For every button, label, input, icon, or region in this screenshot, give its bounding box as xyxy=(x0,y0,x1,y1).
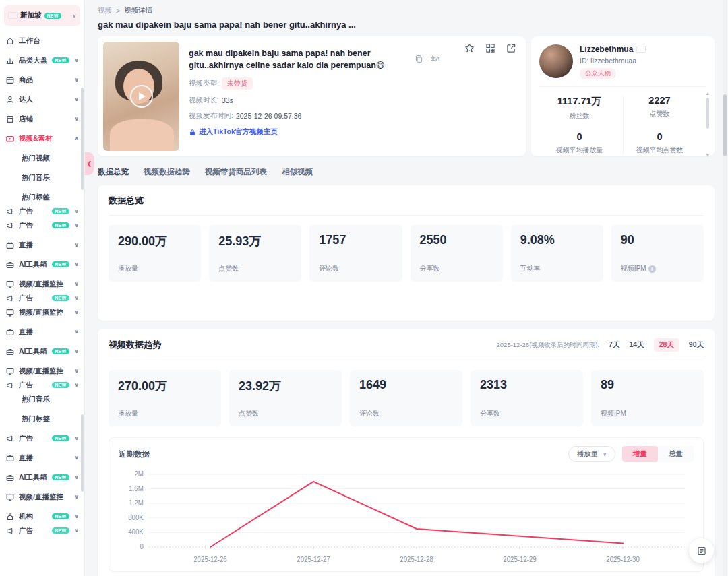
tab-video-trend[interactable]: 视频数据趋势 xyxy=(144,167,190,177)
shop-icon xyxy=(5,115,15,124)
stat-followers: 1117.71万 粉丝数 xyxy=(539,95,619,121)
sidebar-item-工作台[interactable]: 工作台 xyxy=(4,31,80,51)
overview-card-engagement: 9.08% 互动率 xyxy=(511,225,603,282)
tab-data-overview[interactable]: 数据总览 xyxy=(98,167,129,177)
sidebar-item-广告[interactable]: 广告NEW∨ xyxy=(4,428,80,448)
sidebar-item-广告[interactable]: 广告NEW∨ xyxy=(4,294,80,302)
sidebar-item-广告[interactable]: 广告NEW∨ xyxy=(4,216,80,235)
page-scrollbar-thumb[interactable] xyxy=(723,94,727,156)
qr-code-icon[interactable] xyxy=(485,43,495,53)
chevron-down-icon: ∨ xyxy=(75,527,80,534)
svg-text:2025-12-30: 2025-12-30 xyxy=(606,556,640,563)
sidebar-item-店铺[interactable]: 店铺∨ xyxy=(4,109,80,129)
trend-card-plays: 270.00万 播放量 xyxy=(109,370,221,426)
sidebar-scrollbar-thumb[interactable] xyxy=(81,414,84,492)
chevron-down-icon: ∨ xyxy=(75,116,80,122)
stat-avg-likes: 0 视频平均点赞数 xyxy=(619,131,700,155)
new-badge: NEW xyxy=(52,348,69,354)
chevron-down-icon: ∨ xyxy=(75,435,80,441)
country-selector[interactable]: 新加坡 NEW ∨ xyxy=(4,5,80,26)
new-badge: NEW xyxy=(52,57,69,63)
breadcrumb-root[interactable]: 视频 xyxy=(98,6,112,15)
video-title: gak mau dipakein baju sama papa! nah ben… xyxy=(189,47,404,71)
sidebar-item-广告[interactable]: 广告NEW∨ xyxy=(4,381,80,389)
new-badge: NEW xyxy=(52,261,69,267)
sidebar-item-品类大盘[interactable]: 品类大盘NEW∨ xyxy=(4,51,80,70)
period-7d[interactable]: 7天 xyxy=(609,340,619,350)
page-scrollbar[interactable] xyxy=(723,0,727,576)
period-90d[interactable]: 90天 xyxy=(689,340,704,350)
sidebar-item-视频/直播监控[interactable]: 视频/直播监控∨ xyxy=(4,302,80,322)
monitor-icon xyxy=(5,308,15,317)
recent-data-title: 近期数据 xyxy=(119,449,150,459)
new-badge: NEW xyxy=(52,513,69,519)
video-duration-label: 视频时长: xyxy=(189,96,219,105)
period-28d[interactable]: 28天 xyxy=(654,338,679,352)
copy-icon[interactable] xyxy=(415,55,423,63)
monitor-icon xyxy=(5,280,15,289)
play-icon[interactable] xyxy=(130,85,153,108)
sidebar-item-商品[interactable]: 商品∨ xyxy=(4,70,80,90)
metric-select[interactable]: 播放量 ∨ xyxy=(568,446,615,462)
tab-similar-videos[interactable]: 相似视频 xyxy=(282,167,313,177)
sidebar-item-广告[interactable]: 广告NEW∨ xyxy=(4,526,80,535)
video-publish-value: 2025-12-26 09:57:36 xyxy=(236,112,302,120)
stat-avg-plays: 0 视频平均播放量 xyxy=(539,131,619,155)
video-thumbnail[interactable] xyxy=(103,42,179,151)
chevron-down-icon: ∨ xyxy=(75,242,80,248)
sidebar-item-视频/直播监控[interactable]: 视频/直播监控∨ xyxy=(4,361,80,381)
period-14d[interactable]: 14天 xyxy=(629,340,644,350)
video-type-label: 视频类型: xyxy=(189,79,219,88)
sidebar-item-热门音乐[interactable]: 热门音乐 xyxy=(4,168,80,187)
breadcrumb-separator: > xyxy=(116,7,120,15)
trend-chart[interactable]: 0400K800K1.2M1.6M2M2025-12-262025-12-272… xyxy=(119,466,694,567)
recent-data-chart-card: 近期数据 播放量 ∨ 增量 总量 0400K800K1.2M1.6M2M2025… xyxy=(109,437,704,572)
sidebar-item-视频&素材[interactable]: 视频&素材∧ xyxy=(4,129,80,148)
sidebar-item-直播[interactable]: 直播∨ xyxy=(4,322,80,342)
sidebar-scrollbar-thumb[interactable] xyxy=(81,88,84,190)
profile-stats-scrollbar[interactable]: ▲ ▼ xyxy=(705,91,710,158)
tiktok-video-link-label: 进入TikTok官方视频主页 xyxy=(199,127,278,137)
feedback-button[interactable] xyxy=(689,538,714,563)
tab-product-list[interactable]: 视频带货商品列表 xyxy=(205,167,267,177)
sidebar-item-AI工具箱[interactable]: AI工具箱NEW∨ xyxy=(4,468,80,487)
translate-icon[interactable]: 文A xyxy=(430,55,439,63)
ad-icon xyxy=(5,294,15,302)
sidebar-item-机构[interactable]: 机构NEW∨ xyxy=(4,507,80,526)
tiktok-video-link[interactable]: 进入TikTok官方视频主页 xyxy=(189,127,520,137)
avatar[interactable] xyxy=(539,44,573,78)
sidebar-item-广告[interactable]: 广告NEW∨ xyxy=(4,207,80,216)
trend-card-ipm: 89 视频IPM xyxy=(591,370,704,426)
overview-card-plays: 290.00万 播放量 xyxy=(109,225,201,282)
sidebar-item-视频/直播监控[interactable]: 视频/直播监控∨ xyxy=(4,487,80,507)
sidebar-nav: 工作台品类大盘NEW∨商品∨达人∨店铺∨视频&素材∧热门视频热门音乐热门标签广告… xyxy=(0,30,84,535)
ad-icon xyxy=(5,221,15,230)
creator-name[interactable]: Lizzebethmua xyxy=(580,44,633,54)
chevron-down-icon: ∨ xyxy=(75,382,80,388)
sidebar-item-直播[interactable]: 直播∨ xyxy=(4,448,80,468)
user-icon xyxy=(5,95,15,104)
sidebar-item-热门音乐[interactable]: 热门音乐 xyxy=(4,389,80,409)
sidebar-item-视频/直播监控[interactable]: 视频/直播监控∨ xyxy=(4,274,80,294)
sidebar-item-达人[interactable]: 达人∨ xyxy=(4,90,80,109)
sidebar-collapse-handle[interactable]: ❮ xyxy=(85,152,94,175)
sidebar-item-直播[interactable]: 直播∨ xyxy=(4,235,80,255)
video-icon xyxy=(5,134,15,143)
sidebar-item-热门标签[interactable]: 热门标签 xyxy=(4,187,80,207)
creator-stats: 1117.71万 粉丝数 2227 点赞数 0 视频平均播放量 0 视频平均点赞… xyxy=(539,87,706,155)
new-badge: NEW xyxy=(52,208,69,214)
sidebar-item-热门标签[interactable]: 热门标签 xyxy=(4,409,80,428)
sidebar-item-AI工具箱[interactable]: AI工具箱NEW∨ xyxy=(4,255,80,274)
chevron-down-icon: ∨ xyxy=(75,348,80,354)
scroll-down-icon[interactable]: ▼ xyxy=(706,153,710,158)
scroll-up-icon[interactable]: ▲ xyxy=(706,91,710,96)
mode-total-button[interactable]: 总量 xyxy=(658,446,694,462)
sidebar-item-AI工具箱[interactable]: AI工具箱NEW∨ xyxy=(4,342,80,361)
sidebar-item-热门视频[interactable]: 热门视频 xyxy=(4,148,80,168)
favorite-star-icon[interactable] xyxy=(464,43,475,53)
page-title: gak mau dipakein baju sama papa! nah ben… xyxy=(98,20,715,30)
indonesia-flag-icon xyxy=(636,46,646,53)
info-icon[interactable]: i xyxy=(648,265,656,273)
external-link-icon[interactable] xyxy=(506,43,516,53)
mode-increment-button[interactable]: 增量 xyxy=(622,446,658,462)
